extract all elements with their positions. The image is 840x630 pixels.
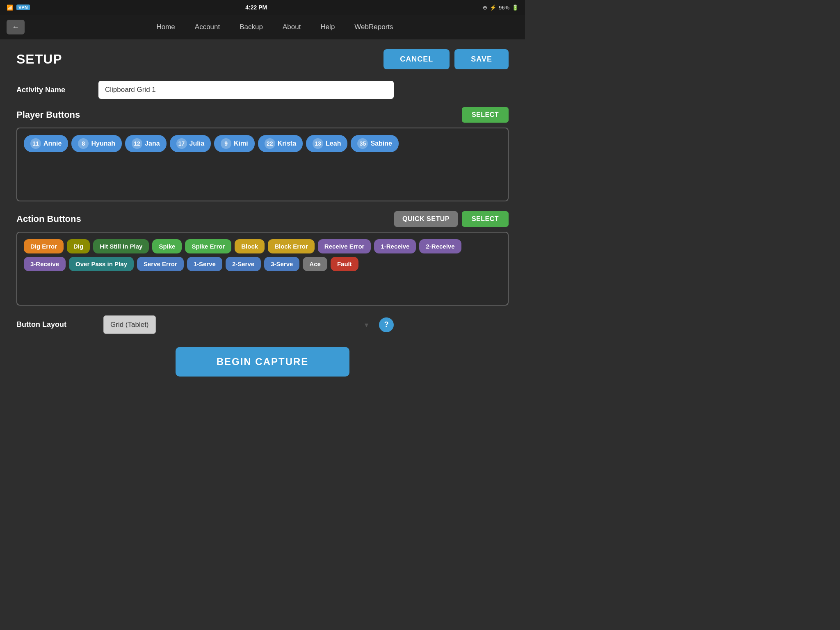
help-button[interactable]: ? xyxy=(379,317,394,332)
status-left: 📶 VPN xyxy=(7,5,30,11)
status-time: 4:22 PM xyxy=(245,4,267,11)
player-number: 13 xyxy=(313,138,323,149)
player-name: Jana xyxy=(145,140,160,147)
action-pill[interactable]: 1-Serve xyxy=(187,257,222,271)
player-number: 12 xyxy=(132,138,142,149)
action-pill[interactable]: Ace xyxy=(303,257,327,271)
player-pill[interactable]: 9Kimi xyxy=(214,135,255,152)
nav-account[interactable]: Account xyxy=(195,23,220,31)
location-icon: ⊕ xyxy=(483,5,487,11)
button-layout-label: Button Layout xyxy=(16,320,98,329)
action-pill[interactable]: Receive Error xyxy=(318,239,371,253)
begin-capture-row: BEGIN CAPTURE xyxy=(16,347,509,377)
battery-icon: 🔋 xyxy=(512,5,518,11)
player-name: Hyunah xyxy=(91,140,115,147)
action-buttons-header: Action Buttons QUICK SETUP SELECT xyxy=(16,211,509,227)
player-pill[interactable]: 12Jana xyxy=(125,135,166,152)
button-layout-row: Button Layout Grid (Tablet)ListCustom ? xyxy=(16,315,509,334)
wifi-icon: 📶 xyxy=(7,5,13,11)
player-pill[interactable]: 22Krista xyxy=(258,135,303,152)
header-row: SETUP CANCEL SAVE xyxy=(16,49,509,69)
back-button[interactable]: ← xyxy=(7,20,25,34)
action-pill[interactable]: Fault xyxy=(331,257,358,271)
action-pill[interactable]: Dig xyxy=(67,239,90,253)
action-pill[interactable]: Spike Error xyxy=(185,239,231,253)
player-pill[interactable]: 8Hyunah xyxy=(71,135,122,152)
player-number: 17 xyxy=(176,138,187,149)
begin-capture-button[interactable]: BEGIN CAPTURE xyxy=(176,347,350,377)
player-select-button[interactable]: SELECT xyxy=(462,107,509,123)
player-name: Annie xyxy=(43,140,62,147)
action-buttons-controls: QUICK SETUP SELECT xyxy=(394,211,509,227)
cancel-button[interactable]: CANCEL xyxy=(383,49,450,69)
action-buttons-grid: Dig ErrorDigHit Still in PlaySpikeSpike … xyxy=(24,239,501,271)
save-button[interactable]: SAVE xyxy=(454,49,509,69)
player-pill[interactable]: 35Sabine xyxy=(351,135,398,152)
nav-bar: ← Home Account Backup About Help WebRepo… xyxy=(0,15,525,39)
player-number: 11 xyxy=(30,138,41,149)
player-number: 22 xyxy=(265,138,275,149)
page-title: SETUP xyxy=(16,52,62,67)
action-pill[interactable]: Block Error xyxy=(268,239,315,253)
bluetooth-icon: ⚡ xyxy=(490,5,496,11)
player-buttons-header: Player Buttons SELECT xyxy=(16,107,509,123)
quick-setup-button[interactable]: QUICK SETUP xyxy=(394,211,458,227)
action-buttons-title: Action Buttons xyxy=(16,214,81,224)
action-pill[interactable]: 3-Serve xyxy=(264,257,299,271)
player-pill[interactable]: 11Annie xyxy=(24,135,68,152)
player-buttons-box: 11Annie8Hyunah12Jana17Julia9Kimi22Krista… xyxy=(16,128,509,201)
player-buttons-grid: 11Annie8Hyunah12Jana17Julia9Kimi22Krista… xyxy=(24,135,501,152)
action-pill[interactable]: 2-Receive xyxy=(419,239,461,253)
player-number: 9 xyxy=(221,138,231,149)
player-name: Krista xyxy=(278,140,296,147)
action-pill[interactable]: Block xyxy=(235,239,265,253)
layout-select-wrapper: Grid (Tablet)ListCustom xyxy=(103,315,374,334)
player-name: Leah xyxy=(326,140,341,147)
player-name: Julia xyxy=(189,140,204,147)
player-name: Sabine xyxy=(370,140,392,147)
action-pill[interactable]: Dig Error xyxy=(24,239,64,253)
vpn-badge: VPN xyxy=(16,5,30,10)
status-bar: 📶 VPN 4:22 PM ⊕ ⚡ 96% 🔋 xyxy=(0,0,525,15)
status-right: ⊕ ⚡ 96% 🔋 xyxy=(483,5,518,11)
action-pill[interactable]: Over Pass in Play xyxy=(69,257,134,271)
activity-name-input[interactable] xyxy=(98,81,394,99)
header-buttons: CANCEL SAVE xyxy=(383,49,509,69)
back-arrow-icon: ← xyxy=(12,23,19,32)
action-buttons-box: Dig ErrorDigHit Still in PlaySpikeSpike … xyxy=(16,232,509,306)
player-number: 35 xyxy=(357,138,368,149)
player-number: 8 xyxy=(78,138,89,149)
activity-name-row: Activity Name xyxy=(16,81,509,99)
action-pill[interactable]: 3-Receive xyxy=(24,257,66,271)
action-select-button[interactable]: SELECT xyxy=(462,211,509,227)
player-name: Kimi xyxy=(234,140,248,147)
layout-select[interactable]: Grid (Tablet)ListCustom xyxy=(103,315,156,334)
nav-about[interactable]: About xyxy=(283,23,301,31)
nav-links: Home Account Backup About Help WebReport… xyxy=(31,23,518,31)
action-pill[interactable]: 2-Serve xyxy=(226,257,261,271)
nav-home[interactable]: Home xyxy=(156,23,175,31)
battery-percentage: 96% xyxy=(499,5,509,11)
nav-help[interactable]: Help xyxy=(320,23,335,31)
player-buttons-controls: SELECT xyxy=(462,107,509,123)
activity-name-label: Activity Name xyxy=(16,86,98,94)
player-pill[interactable]: 17Julia xyxy=(170,135,211,152)
player-buttons-title: Player Buttons xyxy=(16,110,80,120)
nav-webreports[interactable]: WebReports xyxy=(354,23,393,31)
action-pill[interactable]: Spike xyxy=(152,239,182,253)
nav-backup[interactable]: Backup xyxy=(240,23,263,31)
player-pill[interactable]: 13Leah xyxy=(306,135,347,152)
action-pill[interactable]: Serve Error xyxy=(137,257,184,271)
action-pill[interactable]: 1-Receive xyxy=(374,239,416,253)
main-content: SETUP CANCEL SAVE Activity Name Player B… xyxy=(0,39,525,386)
action-pill[interactable]: Hit Still in Play xyxy=(93,239,149,253)
